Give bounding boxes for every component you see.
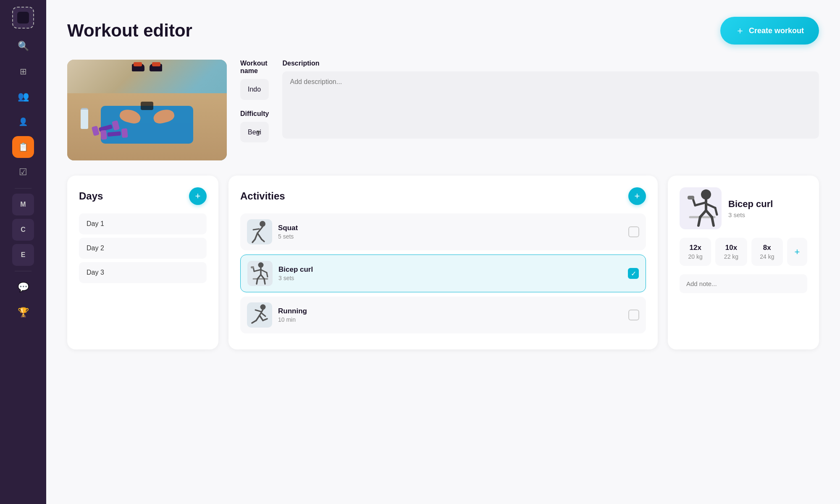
sidebar-divider-1 xyxy=(15,188,32,189)
sidebar-item-workout[interactable]: 📋 xyxy=(12,136,34,158)
set-card-3: 8x 24 kg xyxy=(751,238,783,266)
trophy-icon: 🏆 xyxy=(18,307,29,318)
e-label: E xyxy=(21,251,26,259)
sidebar-divider-2 xyxy=(15,271,32,271)
members-icon: 👤 xyxy=(18,117,28,126)
sidebar-item-m[interactable]: M xyxy=(12,194,34,215)
svg-line-2 xyxy=(253,229,259,230)
svg-line-21 xyxy=(255,310,261,312)
set-reps-1: 12x xyxy=(685,244,706,252)
workout-name-label: Workout name xyxy=(240,60,269,75)
svg-line-18 xyxy=(267,273,268,277)
note-input[interactable] xyxy=(680,274,807,293)
detail-header: Bicep curl 3 sets xyxy=(680,187,807,229)
logo[interactable] xyxy=(12,7,34,29)
difficulty-select[interactable]: Beginner Intermediate Advanced xyxy=(240,122,269,142)
sidebar-item-members[interactable]: 👤 xyxy=(12,111,34,133)
svg-point-0 xyxy=(260,221,265,227)
detail-sets-count: 3 sets xyxy=(728,211,773,218)
activities-panel-header: Activities + xyxy=(240,187,646,205)
squat-meta: 5 sets xyxy=(278,233,622,240)
activity-running[interactable]: Running 10 min xyxy=(240,297,646,333)
add-day-button[interactable]: + xyxy=(189,187,207,205)
list-item[interactable]: Day 2 xyxy=(79,238,207,259)
workout-icon: 📋 xyxy=(18,142,29,152)
days-panel-title: Days xyxy=(79,190,103,202)
svg-line-38 xyxy=(715,208,717,215)
set-reps-3: 8x xyxy=(756,244,778,252)
plus-icon: + xyxy=(195,191,201,202)
svg-line-1 xyxy=(257,227,262,233)
set-weight-3: 24 kg xyxy=(756,253,778,260)
svg-rect-16 xyxy=(251,266,254,268)
panels-row: Days + Day 1 Day 2 Day 3 Activities + xyxy=(67,176,819,349)
detail-panel: Bicep curl 3 sets 12x 20 kg 10x 22 kg 8x… xyxy=(668,176,819,349)
set-weight-1: 20 kg xyxy=(685,253,706,260)
sidebar-item-chat[interactable]: 💬 xyxy=(12,276,34,298)
svg-line-4 xyxy=(252,239,255,242)
add-activity-button[interactable]: + xyxy=(628,187,646,205)
plus-icon: + xyxy=(635,191,640,202)
workout-name-input[interactable] xyxy=(240,79,269,100)
list-item[interactable]: Day 3 xyxy=(79,262,207,283)
plus-icon: + xyxy=(795,247,800,257)
create-workout-label: Create workout xyxy=(749,26,804,35)
squat-checkbox[interactable] xyxy=(628,226,639,237)
dashboard-icon: ⊞ xyxy=(20,66,27,76)
description-label: Description xyxy=(282,60,819,67)
bicep-curl-avatar xyxy=(247,261,273,286)
chat-icon: 💬 xyxy=(18,282,29,293)
workout-name-group: Workout name xyxy=(240,60,269,100)
set-weight-2: 22 kg xyxy=(720,253,742,260)
svg-line-31 xyxy=(698,217,700,226)
svg-line-37 xyxy=(706,204,715,208)
set-card-2: 10x 22 kg xyxy=(715,238,747,266)
set-reps-2: 10x xyxy=(720,244,742,252)
sidebar-item-checklist[interactable]: ☑ xyxy=(12,161,34,183)
workout-image xyxy=(67,60,227,160)
description-area: Description xyxy=(282,60,819,140)
sidebar-item-c[interactable]: C xyxy=(12,219,34,241)
activities-panel: Activities + xyxy=(228,176,658,349)
svg-line-17 xyxy=(261,270,267,273)
activity-squat[interactable]: Squat 5 sets xyxy=(240,213,646,250)
top-form: Workout name Difficulty Beginner Interme… xyxy=(67,60,819,160)
svg-line-3 xyxy=(255,233,257,239)
svg-line-24 xyxy=(252,320,256,323)
squat-avatar xyxy=(247,219,272,244)
svg-line-11 xyxy=(257,279,257,284)
main-content: Workout editor ＋ Create workout xyxy=(46,0,840,504)
days-panel-header: Days + xyxy=(79,187,207,205)
detail-avatar xyxy=(680,187,722,229)
activities-panel-title: Activities xyxy=(240,190,285,202)
detail-exercise-name: Bicep curl xyxy=(728,199,773,210)
running-checkbox[interactable] xyxy=(628,310,639,320)
create-workout-button[interactable]: ＋ Create workout xyxy=(720,17,819,45)
running-info: Running 10 min xyxy=(278,307,622,323)
difficulty-select-wrapper: Beginner Intermediate Advanced ▼ xyxy=(240,122,269,142)
bicep-curl-checkbox[interactable]: ✓ xyxy=(628,268,639,279)
bicep-curl-name: Bicep curl xyxy=(278,265,622,274)
search-icon: 🔍 xyxy=(18,41,29,52)
header: Workout editor ＋ Create workout xyxy=(67,17,819,45)
days-list: Day 1 Day 2 Day 3 xyxy=(79,213,207,283)
sidebar-item-trophy[interactable]: 🏆 xyxy=(12,302,34,323)
sidebar-item-users[interactable]: 👥 xyxy=(12,86,34,108)
difficulty-group: Difficulty Beginner Intermediate Advance… xyxy=(240,110,269,142)
set-card-1: 12x 20 kg xyxy=(680,238,711,266)
plus-icon: ＋ xyxy=(735,24,745,37)
form-fields: Workout name Difficulty Beginner Interme… xyxy=(240,60,269,152)
detail-info: Bicep curl 3 sets xyxy=(728,199,773,218)
activity-bicep-curl[interactable]: Bicep curl 3 sets ✓ xyxy=(240,255,646,292)
svg-line-5 xyxy=(257,233,262,239)
sidebar-item-e[interactable]: E xyxy=(12,244,34,266)
svg-line-6 xyxy=(262,239,264,242)
sidebar-item-search[interactable]: 🔍 xyxy=(12,35,34,57)
list-item[interactable]: Day 1 xyxy=(79,213,207,234)
description-input[interactable] xyxy=(282,71,819,139)
sets-row: 12x 20 kg 10x 22 kg 8x 24 kg + xyxy=(680,238,807,266)
sidebar-item-dashboard[interactable]: ⊞ xyxy=(12,60,34,82)
running-avatar xyxy=(247,302,272,328)
squat-name: Squat xyxy=(278,224,622,232)
add-set-button[interactable]: + xyxy=(787,238,807,266)
